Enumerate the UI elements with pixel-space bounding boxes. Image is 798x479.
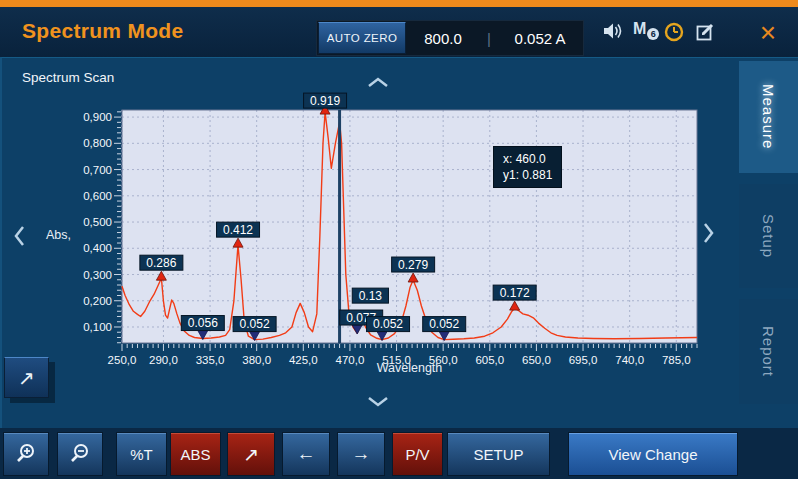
svg-text:0.172: 0.172 [500,286,530,300]
svg-text:0,300: 0,300 [83,269,112,281]
svg-text:0,500: 0,500 [83,216,112,228]
svg-text:0.056: 0.056 [188,316,218,330]
tooltip-x-value: x: 460.0 [503,151,552,167]
photometric-value: 0.052 A [498,30,582,47]
close-icon[interactable]: × [750,17,786,49]
expand-chart-button[interactable]: ↗ [4,357,49,398]
magnifier-minus-icon [68,442,92,466]
svg-text:0,800: 0,800 [83,137,112,149]
cursor-tooltip: x: 460.0 y1: 0.881 [493,146,562,188]
header: Spectrum Mode AUTO ZERO 800.0 | 0.052 A … [0,7,798,57]
auto-zero-button[interactable]: AUTO ZERO [318,22,406,54]
tab-report[interactable]: Report [739,299,798,404]
svg-text:0,200: 0,200 [83,295,112,307]
svg-text:0,600: 0,600 [83,190,112,202]
edit-icon[interactable] [696,22,716,45]
svg-text:0.286: 0.286 [146,256,176,270]
tab-setup[interactable]: Setup [739,184,798,288]
chevron-down-icon[interactable] [367,395,389,410]
trace-button[interactable]: ↗ [227,432,275,476]
setup-button[interactable]: SETUP [447,432,550,476]
bottom-toolbar: %T ABS ↗ ← → P/V SETUP View Change [0,428,798,479]
page-title: Spectrum Mode [22,19,183,43]
percent-t-button[interactable]: %T [116,432,167,476]
pv-button[interactable]: P/V [392,432,443,476]
value-separator: | [480,30,498,47]
speaker-icon[interactable] [602,22,624,43]
svg-text:0,700: 0,700 [83,164,112,176]
view-change-button[interactable]: View Change [568,432,738,476]
zoom-out-button[interactable] [57,432,103,476]
arrow-up-right-icon: ↗ [18,367,35,389]
svg-text:0.052: 0.052 [240,317,270,331]
panel-title: Spectrum Scan [22,70,114,85]
prev-button[interactable]: ← [282,432,330,476]
spectrum-chart[interactable]: 250,0290,0335,0380,0425,0470,0515,0560,0… [0,88,737,388]
top-accent-bar [0,0,798,7]
tab-measure[interactable]: Measure [739,61,798,173]
svg-text:0,900: 0,900 [83,111,112,123]
svg-text:0.052: 0.052 [429,317,459,331]
m6-icon[interactable]: M6 [633,20,659,40]
svg-text:0.412: 0.412 [223,223,253,237]
clock-icon[interactable] [664,22,684,45]
measurement-display: AUTO ZERO 800.0 | 0.052 A [316,20,584,56]
tooltip-y-value: y1: 0.881 [503,167,552,183]
svg-text:0.279: 0.279 [398,258,428,272]
abs-button[interactable]: ABS [170,432,221,476]
svg-text:0.052: 0.052 [373,317,403,331]
magnifier-plus-icon [14,442,38,466]
svg-text:0.13: 0.13 [359,289,383,303]
zoom-in-button[interactable] [3,432,49,476]
x-axis-label: Wavelength [122,361,697,375]
svg-text:0,400: 0,400 [83,242,112,254]
svg-text:0.919: 0.919 [310,94,340,108]
next-button[interactable]: → [337,432,385,476]
spectrum-mode-screen: Spectrum Mode AUTO ZERO 800.0 | 0.052 A … [0,0,798,479]
wavelength-value: 800.0 [406,30,480,47]
svg-text:0,100: 0,100 [83,321,112,333]
